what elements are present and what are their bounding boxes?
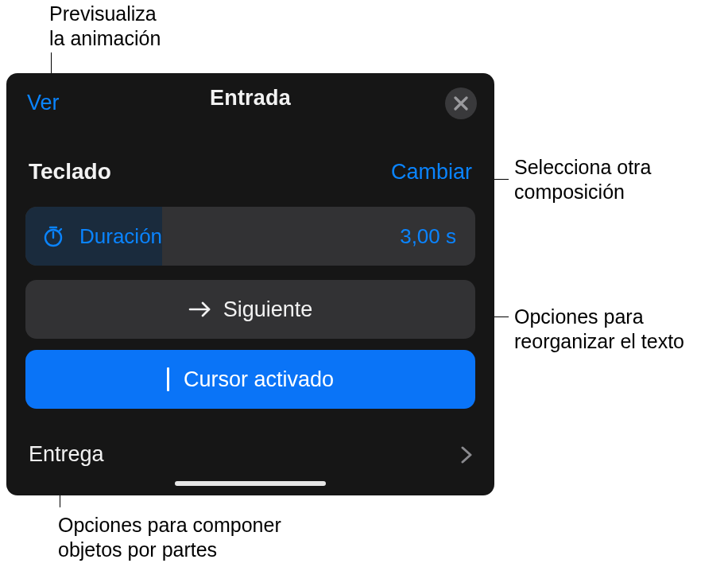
callout-preview-text: Previsualiza la animación: [49, 2, 161, 52]
close-button[interactable]: [445, 87, 477, 119]
effect-section-row: Teclado Cambiar: [6, 159, 494, 184]
duration-slider[interactable]: Duración 3,00 s: [25, 207, 475, 266]
preview-button[interactable]: Ver: [27, 91, 60, 115]
text-direction-button[interactable]: Siguiente: [25, 280, 475, 339]
animation-panel: Ver Entrada Teclado Cambiar Duración 3,0…: [6, 73, 494, 495]
delivery-row[interactable]: Entrega: [6, 442, 494, 467]
callout-next-text: Opciones para reorganizar el texto: [514, 305, 684, 355]
duration-value: 3,00 s: [400, 224, 456, 249]
cursor-toggle-button[interactable]: Cursor activado: [25, 350, 475, 409]
cursor-icon: [167, 367, 169, 391]
controls-group: Duración 3,00 s Siguiente Cursor activad…: [6, 207, 494, 409]
home-indicator: [175, 481, 326, 486]
effect-name-label: Teclado: [29, 159, 111, 184]
duration-label: Duración: [79, 224, 400, 249]
chevron-right-icon: [461, 446, 472, 464]
callout-delivery-text: Opciones para componer objetos por parte…: [58, 513, 281, 563]
arrow-right-icon: [188, 301, 212, 318]
panel-header: Ver Entrada: [6, 73, 494, 122]
delivery-label: Entrega: [29, 442, 104, 467]
close-icon: [454, 96, 468, 111]
panel-title: Entrada: [210, 86, 291, 111]
cursor-toggle-label: Cursor activado: [184, 367, 334, 392]
text-direction-label: Siguiente: [223, 297, 313, 322]
svg-line-3: [60, 229, 61, 231]
change-effect-button[interactable]: Cambiar: [391, 160, 472, 184]
timer-icon: [41, 224, 65, 248]
callout-change-text: Selecciona otra composición: [514, 155, 651, 205]
